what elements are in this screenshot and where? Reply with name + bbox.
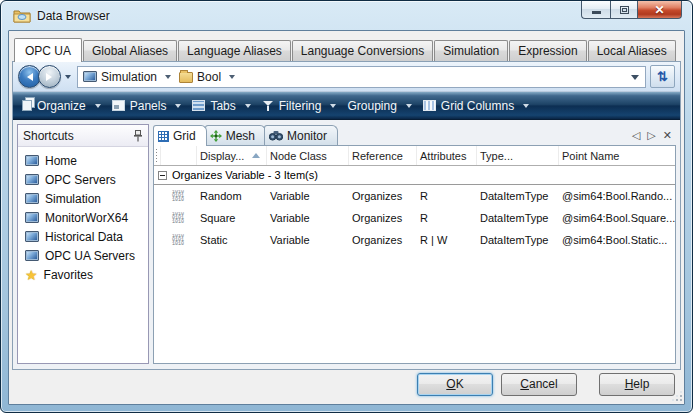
organize-dropdown-arrow[interactable] xyxy=(95,104,101,111)
resize-grip[interactable] xyxy=(672,391,682,401)
cell-type: DataItemType xyxy=(477,212,559,224)
breadcrumb-bar[interactable]: Simulation Bool xyxy=(77,66,646,88)
panels-dropdown-arrow[interactable] xyxy=(175,104,181,111)
sidebar-item-monitorworx64[interactable]: MonitorWorX64 xyxy=(20,208,146,227)
tab-expression[interactable]: Expression xyxy=(509,40,586,61)
tab-language-aliases[interactable]: Language Aliases xyxy=(178,40,291,61)
tabs-dropdown-arrow[interactable] xyxy=(245,104,251,111)
column-header-reference[interactable]: Reference xyxy=(349,146,417,165)
forward-button[interactable] xyxy=(38,65,61,88)
tabs-label: Tabs xyxy=(210,99,235,113)
sidebar-item-historical-data[interactable]: Historical Data xyxy=(20,227,146,246)
window-title: Data Browser xyxy=(37,9,110,23)
view-tab-grid[interactable]: Grid xyxy=(153,125,207,146)
cell-reference: Organizes xyxy=(349,190,417,202)
sidebar-item-label: Simulation xyxy=(45,192,101,206)
shortcuts-panel: Shortcuts Home xyxy=(17,124,149,364)
star-icon: ★ xyxy=(25,268,38,282)
grid-columns-button[interactable]: Grid Columns xyxy=(423,99,514,113)
view-tab-monitor[interactable]: Monitor xyxy=(264,125,338,145)
breadcrumb-label: Bool xyxy=(197,70,221,84)
maximize-button[interactable] xyxy=(610,0,637,19)
history-dropdown-arrow[interactable] xyxy=(65,75,71,82)
sidebar-item-label: Favorites xyxy=(44,268,93,282)
refresh-button[interactable]: ⇅ xyxy=(650,65,675,88)
sidebar-item-simulation[interactable]: Simulation xyxy=(20,189,146,208)
column-header-point-name[interactable]: Point Name xyxy=(559,146,675,165)
cell-display-name: Random xyxy=(197,190,267,202)
chevron-down-icon[interactable] xyxy=(165,75,171,82)
tab-language-conversions[interactable]: Language Conversions xyxy=(292,40,433,61)
grouping-dropdown-arrow[interactable] xyxy=(406,104,412,111)
data-grid: Display... Node Class Reference Attribut… xyxy=(153,145,676,364)
sidebar-item-label: Home xyxy=(45,154,77,168)
close-view-button[interactable]: ✕ xyxy=(663,129,672,142)
cell-point-name: @sim64:Bool.Square... xyxy=(559,212,675,224)
tabs-grid-icon xyxy=(192,100,205,111)
dialog-client-area: OPC UA Global Aliases Language Aliases L… xyxy=(8,30,685,405)
scroll-tabs-right-button[interactable]: ▷ xyxy=(647,129,655,142)
view-tab-mesh[interactable]: Mesh xyxy=(205,125,266,145)
navigation-toolbar: Simulation Bool ⇅ xyxy=(13,62,680,92)
cell-attributes: R xyxy=(417,212,477,224)
column-header-type[interactable]: Type... xyxy=(477,146,559,165)
ok-button[interactable]: OK xyxy=(417,373,493,396)
organize-button[interactable]: Organize xyxy=(22,99,86,113)
chevron-down-icon[interactable] xyxy=(229,75,235,82)
cancel-button[interactable]: Cancel xyxy=(501,373,577,396)
grid-header-row: Display... Node Class Reference Attribut… xyxy=(154,146,675,166)
filtering-dropdown-arrow[interactable] xyxy=(330,104,336,111)
content-area: Shortcuts Home xyxy=(13,120,680,369)
sidebar-item-home[interactable]: Home xyxy=(20,151,146,170)
tab-global-aliases[interactable]: Global Aliases xyxy=(83,40,177,61)
view-tab-label: Mesh xyxy=(226,129,255,143)
row-icon-cell xyxy=(161,190,197,202)
minimize-button[interactable] xyxy=(581,0,610,19)
monitor-icon xyxy=(25,155,39,166)
column-header-attributes[interactable]: Attributes xyxy=(417,146,477,165)
icon-column-header[interactable] xyxy=(161,146,197,165)
table-row-square[interactable]: Square Variable Organizes R DataItemType… xyxy=(154,207,675,229)
maximize-icon xyxy=(620,6,629,14)
sidebar-item-label: MonitorWorX64 xyxy=(45,211,128,225)
help-label: Help xyxy=(625,377,650,391)
breadcrumb-bool[interactable]: Bool xyxy=(176,67,240,87)
column-header-node-class[interactable]: Node Class xyxy=(267,146,349,165)
view-tab-controls: ◁ ▷ ✕ xyxy=(632,129,676,145)
cell-reference: Organizes xyxy=(349,234,417,246)
grid-columns-icon xyxy=(423,100,436,111)
monitor-icon xyxy=(25,212,39,223)
breadcrumb-simulation[interactable]: Simulation xyxy=(80,67,176,87)
address-dropdown-arrow[interactable] xyxy=(631,75,639,84)
grouping-button[interactable]: Grouping xyxy=(347,99,396,113)
table-row-static[interactable]: Static Variable Organizes R | W DataItem… xyxy=(154,229,675,251)
grid-columns-dropdown-arrow[interactable] xyxy=(523,104,529,111)
column-header-display[interactable]: Display... xyxy=(197,146,267,165)
minimize-icon xyxy=(592,11,601,14)
table-row-random[interactable]: Random Variable Organizes R DataItemType… xyxy=(154,185,675,207)
collapse-group-icon[interactable] xyxy=(158,171,167,180)
opc-ua-tab-page: Simulation Bool ⇅ Organize xyxy=(12,61,681,370)
close-icon: ✕ xyxy=(654,4,664,16)
filtering-button[interactable]: Filtering xyxy=(262,99,322,113)
titlebar[interactable]: Data Browser ✕ xyxy=(8,1,685,30)
sidebar-item-opc-servers[interactable]: OPC Servers xyxy=(20,170,146,189)
close-button[interactable]: ✕ xyxy=(637,0,682,19)
tab-opc-ua[interactable]: OPC UA xyxy=(14,38,82,62)
organize-label: Organize xyxy=(37,99,86,113)
sidebar-item-favorites[interactable]: ★ Favorites xyxy=(20,265,146,284)
panels-button[interactable]: Panels xyxy=(112,99,167,113)
help-button[interactable]: Help xyxy=(599,373,675,396)
tab-local-aliases[interactable]: Local Aliases xyxy=(588,40,676,61)
grouping-label: Grouping xyxy=(347,99,396,113)
pin-icon[interactable] xyxy=(133,130,143,142)
scroll-tabs-left-button[interactable]: ◁ xyxy=(632,129,640,142)
column-label: Attributes xyxy=(420,150,466,162)
tab-simulation[interactable]: Simulation xyxy=(434,40,508,61)
tabs-button[interactable]: Tabs xyxy=(192,99,235,113)
cancel-label: Cancel xyxy=(520,377,557,391)
group-row-organizes-variable[interactable]: Organizes Variable - 3 Item(s) xyxy=(154,166,675,185)
binoculars-icon xyxy=(269,130,283,141)
panels-icon xyxy=(112,100,125,111)
sidebar-item-opc-ua-servers[interactable]: OPC UA Servers xyxy=(20,246,146,265)
